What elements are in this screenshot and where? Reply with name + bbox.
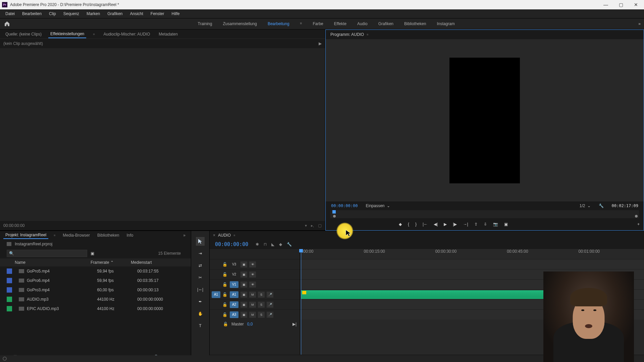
menu-clip[interactable]: Clip: [46, 10, 59, 17]
lock-icon[interactable]: 🔓: [223, 322, 228, 326]
list-item[interactable]: GoPro6.mp4 59,94 fps 00:03:35:17: [0, 276, 191, 285]
extract-button[interactable]: ⇩: [484, 222, 487, 227]
project-search-input[interactable]: 🔍: [7, 250, 87, 257]
tab-bibliotheken[interactable]: Bibliotheken: [95, 232, 121, 239]
list-item[interactable]: EPIC AUDIO.mp3 44100 Hz 00:00:00:0000: [0, 304, 191, 313]
timeline-menu-icon[interactable]: ≡: [233, 234, 235, 237]
out-handle[interactable]: [635, 215, 638, 218]
sync-lock-icon[interactable]: ▣: [240, 282, 247, 288]
voice-over-icon[interactable]: 🎤: [267, 312, 273, 318]
mute-button[interactable]: M: [249, 292, 256, 298]
maximize-button[interactable]: ▢: [617, 1, 625, 8]
razor-tool[interactable]: ✂: [196, 273, 205, 282]
lock-icon[interactable]: 🔓: [222, 292, 228, 297]
toggle-track-output[interactable]: 👁: [249, 261, 256, 267]
track-header-v3[interactable]: 🔓 V3 ▣ 👁: [210, 259, 300, 269]
program-menu-icon[interactable]: ≡: [367, 33, 368, 36]
menu-sequenz[interactable]: Sequenz: [60, 10, 83, 17]
workspace-training[interactable]: Training: [193, 19, 218, 29]
workspace-zusammenstellung[interactable]: Zusammenstellung: [217, 19, 262, 29]
track-header-a1[interactable]: A1 🔓 A1 ▣ M S 🎤: [210, 289, 300, 299]
export-frame-button[interactable]: 📷: [493, 222, 498, 227]
settings-icon[interactable]: 🔧: [599, 203, 604, 208]
slip-tool[interactable]: |↔|: [196, 285, 205, 294]
list-item[interactable]: AUDIO.mp3 44100 Hz 00:00:00:0000: [0, 295, 191, 304]
time-ruler[interactable]: :00:00 00:00:15:00 00:00:30:00 00:00:45:…: [300, 249, 644, 259]
filter-icon[interactable]: ▾: [305, 223, 307, 228]
timeline-timecode[interactable]: 00:00:00:00: [215, 241, 248, 247]
tab-metadaten[interactable]: Metadaten: [157, 31, 180, 38]
workspace-effekte[interactable]: Effekte: [329, 19, 352, 29]
in-handle[interactable]: [333, 215, 336, 218]
master-track-header[interactable]: 🔓 Master 0,0 ▶|: [210, 319, 300, 329]
timeline-playhead[interactable]: [301, 249, 301, 355]
go-to-out-button[interactable]: →|: [463, 222, 468, 227]
playback-resolution-dropdown[interactable]: 1/2 ⌄: [580, 203, 591, 208]
track-header-a3[interactable]: 🔓 A3 ▣ M S 🎤: [210, 309, 300, 319]
menu-grafiken[interactable]: Grafiken: [104, 10, 126, 17]
workspace-menu-icon[interactable]: ≡: [295, 19, 308, 29]
solo-button[interactable]: S: [258, 292, 265, 298]
program-scrubber[interactable]: [330, 210, 639, 218]
sync-lock-icon[interactable]: ▣: [240, 272, 247, 278]
lock-icon[interactable]: 🔓: [222, 302, 228, 307]
mute-button[interactable]: M: [249, 302, 256, 308]
track-v3[interactable]: [300, 259, 644, 269]
add-marker-icon[interactable]: ◣: [271, 242, 274, 247]
minimize-button[interactable]: —: [601, 1, 610, 8]
menu-bearbeiten[interactable]: Bearbeiten: [19, 10, 45, 17]
home-icon[interactable]: [3, 20, 11, 27]
sync-lock-icon[interactable]: ▣: [240, 302, 247, 308]
source-patch-a1[interactable]: A1: [212, 291, 220, 298]
workspace-farbe[interactable]: Farbe: [307, 19, 328, 29]
workspace-grafiken[interactable]: Grafiken: [373, 19, 399, 29]
lock-icon[interactable]: 🔓: [222, 312, 228, 317]
lock-icon[interactable]: 🔓: [222, 272, 228, 277]
go-to-in-button[interactable]: |←: [423, 222, 428, 227]
sync-lock-icon[interactable]: ▣: [240, 292, 247, 298]
workspace-instagram[interactable]: Instagram: [431, 19, 460, 29]
tab-media-browser[interactable]: Media-Browser: [61, 232, 92, 239]
new-bin-icon[interactable]: ▣: [91, 251, 94, 256]
menu-ansicht[interactable]: Ansicht: [126, 10, 146, 17]
toggle-track-output[interactable]: 👁: [249, 282, 256, 288]
lock-icon[interactable]: 🔓: [222, 282, 228, 287]
tab-info[interactable]: Info: [124, 232, 135, 239]
track-header-v2[interactable]: 🔓 V2 ▣ 👁: [210, 269, 300, 279]
track-select-tool[interactable]: ⇥: [196, 249, 205, 258]
menu-hilfe[interactable]: Hilfe: [168, 10, 183, 17]
program-title[interactable]: Programm: AUDIO: [330, 32, 364, 37]
menu-marken[interactable]: Marken: [83, 10, 103, 17]
pen-tool[interactable]: ✒: [196, 297, 205, 306]
workspace-bearbeitung[interactable]: Bearbeitung: [262, 19, 295, 29]
track-header-v1[interactable]: 🔓 V1 ▣ 👁: [210, 279, 300, 289]
solo-button[interactable]: S: [258, 312, 265, 318]
play-button[interactable]: ▶: [444, 222, 447, 227]
tab-effekteinstellungen[interactable]: Effekteinstellungen: [48, 30, 86, 38]
add-marker-button[interactable]: ◆: [399, 222, 402, 227]
step-back-button[interactable]: ◀|: [434, 222, 438, 227]
lift-button[interactable]: ⇪: [474, 222, 478, 227]
program-viewer[interactable]: [326, 39, 644, 201]
step-forward-button[interactable]: |▶: [453, 222, 457, 227]
hand-tool[interactable]: ✋: [196, 309, 205, 318]
sequence-name[interactable]: AUDIO: [218, 233, 231, 238]
solo-button[interactable]: S: [258, 302, 265, 308]
mark-out-button[interactable]: }: [415, 222, 417, 227]
snap-icon[interactable]: ✱: [256, 242, 259, 247]
tab-quelle[interactable]: Quelle: (keine Clips): [3, 31, 44, 38]
tab-audioclip-mischer[interactable]: Audioclip-Mischer: AUDIO: [102, 31, 152, 38]
menu-datei[interactable]: Datei: [2, 10, 18, 17]
timeline-settings-icon[interactable]: 🔧: [287, 242, 292, 247]
track-header-a2[interactable]: 🔓 A2 ▣ M S 🎤: [210, 299, 300, 309]
timeline-marker-icon[interactable]: ◆: [279, 242, 282, 247]
col-name[interactable]: Name: [7, 260, 91, 265]
voice-over-icon[interactable]: 🎤: [267, 292, 273, 298]
close-button[interactable]: ✕: [632, 1, 640, 8]
close-sequence-button[interactable]: ×: [213, 233, 215, 238]
ripple-edit-tool[interactable]: ⇄: [196, 261, 205, 270]
type-tool[interactable]: T: [196, 321, 205, 330]
linked-selection-icon[interactable]: ⊓: [264, 242, 267, 247]
go-end-icon[interactable]: ▶|: [292, 322, 297, 326]
expand-arrow-icon[interactable]: ▶: [319, 41, 322, 46]
